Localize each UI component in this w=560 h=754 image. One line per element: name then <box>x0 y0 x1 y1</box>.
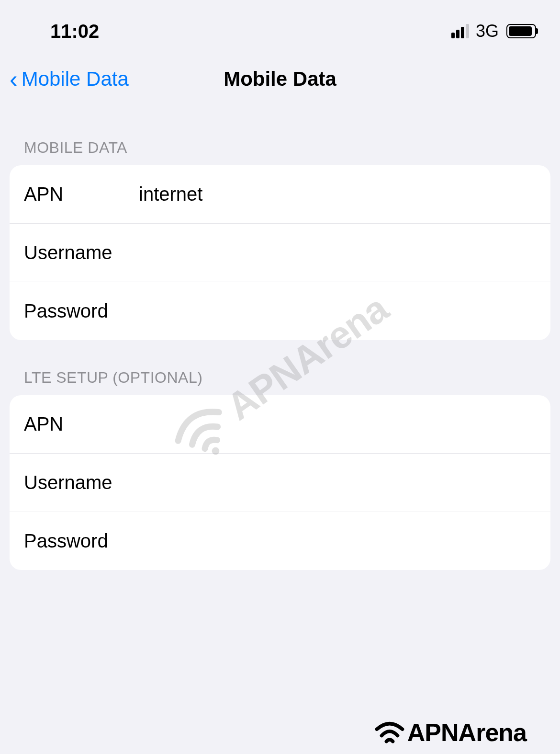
back-button[interactable]: ‹ Mobile Data <box>10 67 129 91</box>
back-label: Mobile Data <box>22 68 129 91</box>
page-title: Mobile Data <box>224 68 336 91</box>
wifi-icon <box>373 718 406 747</box>
username-input[interactable] <box>139 242 536 263</box>
network-type: 3G <box>476 21 499 41</box>
brand-logo: APNArena <box>373 718 526 747</box>
section-group-mobile-data: APN Username Password <box>10 165 550 340</box>
nav-bar: ‹ Mobile Data Mobile Data <box>0 53 560 110</box>
apn-input[interactable] <box>139 183 536 205</box>
section-header-lte: LTE SETUP (OPTIONAL) <box>0 340 560 395</box>
brand-logo-text: APNArena <box>407 718 526 747</box>
apn-label: APN <box>24 183 139 205</box>
lte-username-row[interactable]: Username <box>10 454 550 512</box>
lte-apn-row[interactable]: APN <box>10 395 550 454</box>
apn-row[interactable]: APN <box>10 165 550 224</box>
lte-password-input[interactable] <box>139 530 536 552</box>
status-time: 11:02 <box>50 21 99 42</box>
username-label: Username <box>24 242 139 263</box>
password-input[interactable] <box>139 300 536 322</box>
status-right: 3G <box>451 21 536 41</box>
lte-password-label: Password <box>24 530 139 552</box>
lte-username-label: Username <box>24 472 139 493</box>
username-row[interactable]: Username <box>10 224 550 282</box>
section-header-mobile-data: MOBILE DATA <box>0 110 560 165</box>
password-label: Password <box>24 300 139 322</box>
lte-password-row[interactable]: Password <box>10 512 550 570</box>
lte-apn-label: APN <box>24 413 139 435</box>
status-bar: 11:02 3G <box>0 0 560 53</box>
password-row[interactable]: Password <box>10 282 550 340</box>
lte-username-input[interactable] <box>139 472 536 493</box>
battery-icon <box>506 24 536 38</box>
section-group-lte: APN Username Password <box>10 395 550 570</box>
cellular-signal-icon <box>451 24 469 38</box>
chevron-left-icon: ‹ <box>10 67 18 91</box>
lte-apn-input[interactable] <box>139 413 536 435</box>
